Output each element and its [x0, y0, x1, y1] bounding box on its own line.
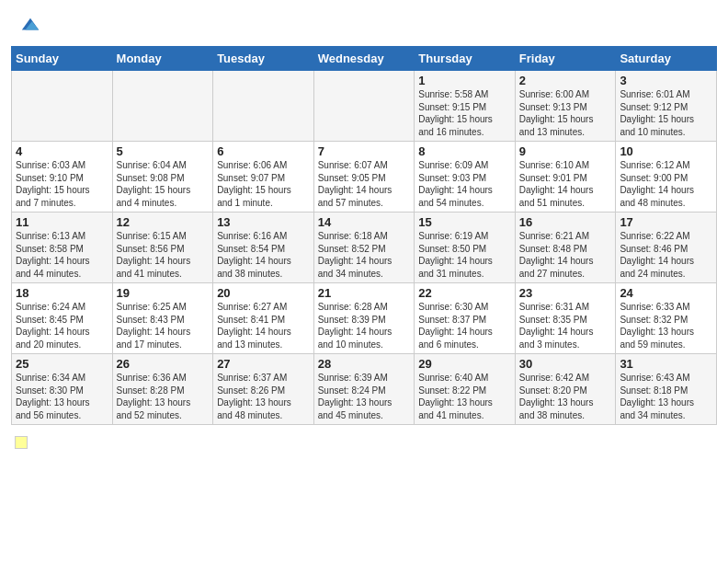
day-number: 4: [16, 144, 108, 158]
day-info: Sunrise: 6:28 AM Sunset: 8:39 PM Dayligh…: [318, 301, 411, 350]
day-number: 8: [418, 144, 511, 158]
table-row: 22Sunrise: 6:30 AM Sunset: 8:37 PM Dayli…: [415, 283, 516, 354]
table-row: 20Sunrise: 6:27 AM Sunset: 8:41 PM Dayli…: [213, 283, 314, 354]
day-number: 29: [418, 357, 511, 371]
day-number: 24: [620, 286, 712, 300]
day-info: Sunrise: 6:39 AM Sunset: 8:24 PM Dayligh…: [318, 372, 411, 421]
day-info: Sunrise: 6:16 AM Sunset: 8:54 PM Dayligh…: [217, 230, 310, 280]
day-info: Sunrise: 6:33 AM Sunset: 8:32 PM Dayligh…: [620, 301, 712, 350]
table-row: 4Sunrise: 6:03 AM Sunset: 9:10 PM Daylig…: [12, 142, 113, 213]
table-row: 27Sunrise: 6:37 AM Sunset: 8:26 PM Dayli…: [213, 354, 314, 425]
day-number: 9: [519, 144, 612, 158]
table-row: 26Sunrise: 6:36 AM Sunset: 8:28 PM Dayli…: [112, 354, 213, 425]
day-number: 13: [217, 215, 310, 229]
day-number: 14: [318, 215, 411, 229]
table-row: 19Sunrise: 6:25 AM Sunset: 8:43 PM Dayli…: [112, 283, 213, 354]
day-number: 22: [418, 286, 511, 300]
day-number: 6: [217, 144, 310, 158]
day-info: Sunrise: 6:30 AM Sunset: 8:37 PM Dayligh…: [418, 301, 511, 350]
table-row: 18Sunrise: 6:24 AM Sunset: 8:45 PM Dayli…: [12, 283, 113, 354]
day-info: Sunrise: 6:00 AM Sunset: 9:13 PM Dayligh…: [519, 88, 612, 138]
logo-icon: [20, 15, 40, 35]
day-number: 7: [318, 144, 411, 158]
table-row: 9Sunrise: 6:10 AM Sunset: 9:01 PM Daylig…: [515, 142, 616, 213]
day-number: 31: [620, 357, 712, 371]
calendar-week-row: 4Sunrise: 6:03 AM Sunset: 9:10 PM Daylig…: [12, 142, 717, 213]
logo: [18, 15, 40, 39]
table-row: 6Sunrise: 6:06 AM Sunset: 9:07 PM Daylig…: [213, 142, 314, 213]
table-row: 15Sunrise: 6:19 AM Sunset: 8:50 PM Dayli…: [415, 213, 516, 283]
table-row: 30Sunrise: 6:42 AM Sunset: 8:20 PM Dayli…: [515, 354, 616, 425]
table-row: [12, 71, 113, 142]
day-number: 1: [418, 74, 511, 87]
day-info: Sunrise: 6:09 AM Sunset: 9:03 PM Dayligh…: [418, 159, 511, 209]
day-number: 10: [620, 144, 712, 158]
table-row: 5Sunrise: 6:04 AM Sunset: 9:08 PM Daylig…: [112, 142, 213, 213]
calendar-day-header: Monday: [112, 47, 213, 71]
calendar-day-header: Thursday: [415, 47, 516, 71]
day-info: Sunrise: 6:34 AM Sunset: 8:30 PM Dayligh…: [16, 372, 108, 421]
day-number: 2: [519, 74, 612, 87]
day-number: 20: [217, 286, 310, 300]
calendar-day-header: Tuesday: [213, 47, 314, 71]
calendar-table: SundayMondayTuesdayWednesdayThursdayFrid…: [11, 46, 717, 425]
calendar-week-row: 25Sunrise: 6:34 AM Sunset: 8:30 PM Dayli…: [12, 354, 717, 425]
day-info: Sunrise: 6:43 AM Sunset: 8:18 PM Dayligh…: [620, 372, 712, 421]
day-number: 16: [519, 215, 612, 229]
day-number: 23: [519, 286, 612, 300]
day-number: 11: [16, 215, 108, 229]
table-row: 11Sunrise: 6:13 AM Sunset: 8:58 PM Dayli…: [12, 213, 113, 283]
day-info: Sunrise: 6:18 AM Sunset: 8:52 PM Dayligh…: [318, 230, 411, 280]
day-info: Sunrise: 6:12 AM Sunset: 9:00 PM Dayligh…: [620, 159, 712, 209]
day-info: Sunrise: 6:10 AM Sunset: 9:01 PM Dayligh…: [519, 159, 612, 209]
day-number: 27: [217, 357, 310, 371]
table-row: 8Sunrise: 6:09 AM Sunset: 9:03 PM Daylig…: [415, 142, 516, 213]
table-row: 25Sunrise: 6:34 AM Sunset: 8:30 PM Dayli…: [12, 354, 113, 425]
table-row: 12Sunrise: 6:15 AM Sunset: 8:56 PM Dayli…: [112, 213, 213, 283]
day-number: 12: [117, 215, 210, 229]
day-info: Sunrise: 6:22 AM Sunset: 8:46 PM Dayligh…: [620, 230, 712, 280]
calendar-day-header: Friday: [515, 47, 616, 71]
day-number: 28: [318, 357, 411, 371]
day-info: Sunrise: 5:58 AM Sunset: 9:15 PM Dayligh…: [418, 88, 511, 138]
day-number: 30: [519, 357, 612, 371]
daylight-indicator: [15, 436, 28, 449]
table-row: 7Sunrise: 6:07 AM Sunset: 9:05 PM Daylig…: [313, 142, 415, 213]
table-row: 24Sunrise: 6:33 AM Sunset: 8:32 PM Dayli…: [616, 283, 717, 354]
day-info: Sunrise: 6:42 AM Sunset: 8:20 PM Dayligh…: [519, 372, 612, 421]
table-row: 14Sunrise: 6:18 AM Sunset: 8:52 PM Dayli…: [313, 213, 415, 283]
table-row: 28Sunrise: 6:39 AM Sunset: 8:24 PM Dayli…: [313, 354, 415, 425]
table-row: 13Sunrise: 6:16 AM Sunset: 8:54 PM Dayli…: [213, 213, 314, 283]
day-info: Sunrise: 6:13 AM Sunset: 8:58 PM Dayligh…: [16, 230, 108, 280]
table-row: [313, 71, 415, 142]
day-info: Sunrise: 6:37 AM Sunset: 8:26 PM Dayligh…: [217, 372, 310, 421]
day-number: 25: [16, 357, 108, 371]
day-info: Sunrise: 6:36 AM Sunset: 8:28 PM Dayligh…: [117, 372, 210, 421]
day-info: Sunrise: 6:15 AM Sunset: 8:56 PM Dayligh…: [117, 230, 210, 280]
table-row: 1Sunrise: 5:58 AM Sunset: 9:15 PM Daylig…: [415, 71, 516, 142]
day-number: 15: [418, 215, 511, 229]
day-number: 26: [117, 357, 210, 371]
day-info: Sunrise: 6:03 AM Sunset: 9:10 PM Dayligh…: [16, 159, 108, 209]
day-number: 21: [318, 286, 411, 300]
calendar-day-header: Sunday: [12, 47, 113, 71]
footer: [0, 432, 728, 453]
calendar-day-header: Wednesday: [313, 47, 415, 71]
day-number: 3: [620, 74, 712, 87]
day-info: Sunrise: 6:21 AM Sunset: 8:48 PM Dayligh…: [519, 230, 612, 280]
day-number: 17: [620, 215, 712, 229]
table-row: [213, 71, 314, 142]
day-number: 19: [117, 286, 210, 300]
table-row: 2Sunrise: 6:00 AM Sunset: 9:13 PM Daylig…: [515, 71, 616, 142]
day-number: 5: [117, 144, 210, 158]
calendar-week-row: 11Sunrise: 6:13 AM Sunset: 8:58 PM Dayli…: [12, 213, 717, 283]
calendar-week-row: 1Sunrise: 5:58 AM Sunset: 9:15 PM Daylig…: [12, 71, 717, 142]
day-number: 18: [16, 286, 108, 300]
calendar-week-row: 18Sunrise: 6:24 AM Sunset: 8:45 PM Dayli…: [12, 283, 717, 354]
table-row: 17Sunrise: 6:22 AM Sunset: 8:46 PM Dayli…: [616, 213, 717, 283]
day-info: Sunrise: 6:04 AM Sunset: 9:08 PM Dayligh…: [117, 159, 210, 209]
table-row: 31Sunrise: 6:43 AM Sunset: 8:18 PM Dayli…: [616, 354, 717, 425]
day-info: Sunrise: 6:24 AM Sunset: 8:45 PM Dayligh…: [16, 301, 108, 350]
table-row: 21Sunrise: 6:28 AM Sunset: 8:39 PM Dayli…: [313, 283, 415, 354]
day-info: Sunrise: 6:31 AM Sunset: 8:35 PM Dayligh…: [519, 301, 612, 350]
